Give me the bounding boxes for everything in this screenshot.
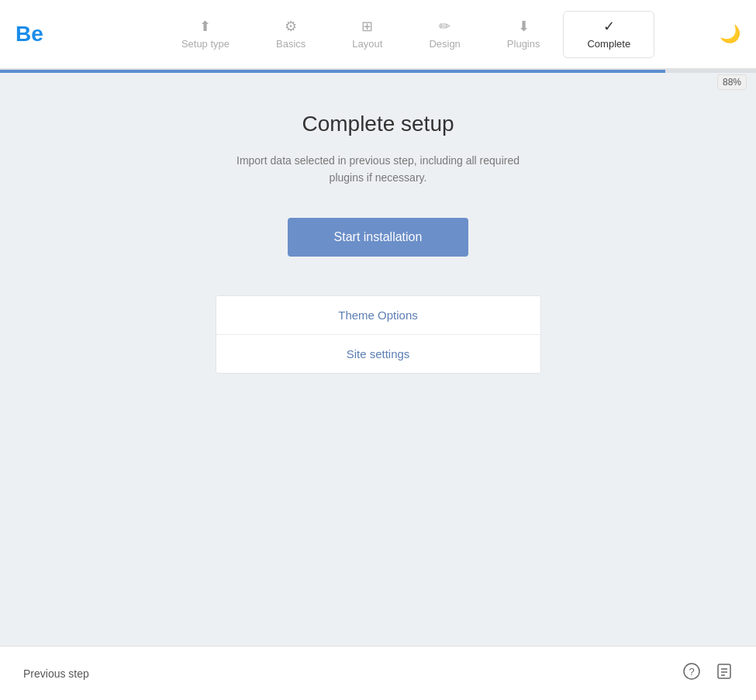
tab-layout[interactable]: ⊞ Layout xyxy=(329,12,406,57)
previous-step-link[interactable]: Previous step xyxy=(23,667,89,680)
complete-icon: ✓ xyxy=(603,19,615,33)
page-subtitle: Import data selected in previous step, i… xyxy=(231,152,526,187)
design-icon: ✏ xyxy=(439,19,450,33)
svg-text:?: ? xyxy=(689,666,694,678)
tab-basics-label: Basics xyxy=(276,38,306,50)
options-list: Theme Options Site settings xyxy=(216,295,541,374)
tab-complete[interactable]: ✓ Complete xyxy=(563,11,654,58)
tab-design[interactable]: ✏ Design xyxy=(406,12,483,57)
tab-layout-label: Layout xyxy=(352,38,382,50)
dark-mode-button[interactable]: 🌙 xyxy=(720,24,740,44)
site-settings-item[interactable]: Site settings xyxy=(216,335,540,373)
tab-plugins-label: Plugins xyxy=(507,38,540,50)
help-icon[interactable]: ? xyxy=(683,663,700,684)
main-content: Complete setup Import data selected in p… xyxy=(0,73,756,374)
tab-design-label: Design xyxy=(429,38,460,50)
notes-icon[interactable] xyxy=(716,663,733,684)
progress-label: 88% xyxy=(717,74,747,90)
progress-bar-wrapper xyxy=(0,70,756,73)
page-title: Complete setup xyxy=(302,112,454,136)
footer: Previous step ? xyxy=(0,646,756,700)
tab-setup-type[interactable]: ⬆ Setup type xyxy=(158,12,253,57)
nav-tabs: ⬆ Setup type ⚙ Basics ⊞ Layout ✏ Design … xyxy=(93,11,720,58)
header: Be ⬆ Setup type ⚙ Basics ⊞ Layout ✏ Desi… xyxy=(0,0,756,70)
theme-options-item[interactable]: Theme Options xyxy=(216,296,540,335)
svg-rect-2 xyxy=(718,664,730,678)
plugins-icon: ⬇ xyxy=(518,19,530,33)
tab-plugins[interactable]: ⬇ Plugins xyxy=(484,12,564,57)
progress-area: 88% xyxy=(0,70,756,73)
setup-type-icon: ⬆ xyxy=(199,19,211,33)
basics-icon: ⚙ xyxy=(285,19,297,33)
layout-icon: ⊞ xyxy=(361,19,373,33)
tab-basics[interactable]: ⚙ Basics xyxy=(253,12,329,57)
progress-bar-fill xyxy=(0,70,665,73)
tab-setup-type-label: Setup type xyxy=(181,38,230,50)
footer-icons: ? xyxy=(683,663,733,684)
start-installation-button[interactable]: Start installation xyxy=(288,218,469,257)
tab-complete-label: Complete xyxy=(587,38,630,50)
logo: Be xyxy=(16,22,62,47)
